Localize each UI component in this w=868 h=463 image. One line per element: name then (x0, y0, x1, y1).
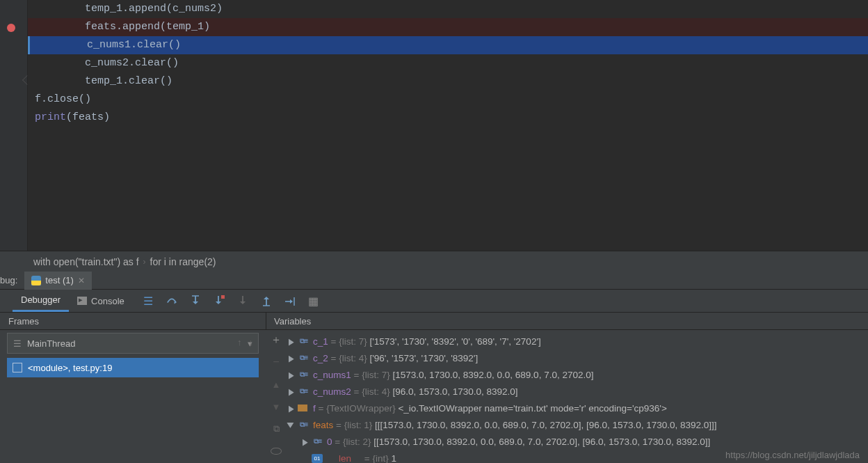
int-icon: 01 (312, 454, 323, 463)
python-icon (31, 276, 41, 285)
run-tab-label: test (1) (45, 275, 73, 285)
variables-side-toolbar: ＋ − ▲ ▼ ⧉ (266, 330, 287, 463)
list-icon: ⧉≡ (298, 353, 310, 363)
list-icon: ⧉≡ (298, 370, 310, 379)
frames-panel-header: Frames (0, 312, 266, 330)
step-over-icon[interactable] (166, 295, 177, 306)
tab-debugger[interactable]: Debugger (13, 290, 69, 312)
expand-icon[interactable]: ▶ (288, 353, 295, 363)
remove-watch-icon[interactable]: − (271, 356, 282, 368)
breadcrumb-item[interactable]: for i in range(2) (150, 256, 216, 267)
code-text: feats.append(temp_1) (85, 21, 210, 33)
prev-frame-icon[interactable]: ↑ (237, 337, 242, 347)
debug-session-tabbar: bug: test (1) ✕ (0, 272, 868, 290)
chevron-right-icon: › (143, 257, 146, 267)
step-out-icon[interactable] (261, 295, 272, 306)
module-icon (13, 363, 22, 372)
tab-console[interactable]: Console (69, 290, 133, 312)
breadcrumb[interactable]: with open("train.txt") as f › for i in r… (0, 251, 868, 272)
variables-panel-header: Variables (266, 312, 868, 330)
variables-panel: ＋ − ▲ ▼ ⧉ ▶ ⧉≡ c_1 = {list: 7} ['1573', … (266, 330, 868, 463)
expand-icon[interactable]: ▶ (288, 336, 295, 346)
show-execution-point-icon[interactable]: ☰ (143, 295, 154, 306)
code-text: temp_1.append(c_nums2) (85, 3, 223, 15)
object-icon (298, 405, 307, 411)
up-icon[interactable]: ▲ (271, 379, 282, 390)
expand-icon[interactable]: ▶ (288, 370, 295, 379)
collapse-icon[interactable]: ▶ (287, 421, 296, 428)
new-watch-icon[interactable]: ＋ (271, 334, 282, 345)
frame-label: <module>, test.py:19 (28, 363, 112, 373)
breakpoint-icon[interactable] (7, 24, 15, 32)
svg-rect-3 (221, 295, 225, 299)
close-icon[interactable]: ✕ (78, 276, 85, 285)
step-into-my-code-icon[interactable] (214, 295, 225, 306)
code-text: temp_1.clear() (85, 75, 172, 87)
variables-tree[interactable]: ▶ ⧉≡ c_1 = {list: 7} ['1573', '1730', '8… (287, 330, 868, 463)
code-editor[interactable]: temp_1.append(c_nums2) feats.append(temp… (0, 0, 868, 251)
stack-frame-row[interactable]: <module>, test.py:19 (7, 358, 259, 377)
thread-icon: ☰ (13, 338, 22, 349)
breadcrumb-item[interactable]: with open("train.txt") as f (33, 256, 139, 267)
code-text: print (35, 111, 66, 123)
code-text: c_nums2.clear() (85, 57, 179, 69)
force-step-into-icon[interactable] (237, 295, 248, 306)
run-tab[interactable]: test (1) ✕ (24, 272, 91, 290)
watches-icon[interactable] (271, 446, 282, 457)
thread-name: MainThread (27, 338, 75, 349)
list-icon: ⧉≡ (298, 420, 310, 430)
code-text: f.close() (35, 93, 91, 105)
code-text: (feats) (66, 111, 110, 123)
watermark-text: https://blog.csdn.net/jiljdlawjdlada (725, 450, 860, 460)
debug-label: bug: (0, 275, 24, 285)
expand-icon[interactable]: ▶ (288, 403, 295, 413)
expand-icon[interactable]: ▶ (288, 386, 295, 396)
down-icon[interactable]: ▼ (271, 401, 282, 412)
code-area[interactable]: temp_1.append(c_nums2) feats.append(temp… (28, 0, 868, 127)
frames-panel: ☰ MainThread ▾ ↑ ↓ <module>, test.py:19 (0, 330, 266, 463)
expand-icon[interactable]: ▶ (302, 437, 309, 446)
list-icon: ⧉≡ (298, 336, 310, 346)
current-execution-line: c_nums1.clear() (28, 36, 868, 54)
list-icon: ⧉≡ (312, 437, 324, 446)
step-into-icon[interactable] (190, 295, 201, 306)
run-to-cursor-icon[interactable] (284, 295, 296, 306)
editor-gutter[interactable] (0, 0, 28, 251)
console-icon (77, 297, 87, 305)
next-frame-icon[interactable]: ↓ (249, 337, 254, 347)
debug-toolbar: Debugger Console ☰ ▦ (0, 290, 868, 312)
copy-icon[interactable]: ⧉ (271, 423, 282, 434)
thread-selector[interactable]: ☰ MainThread ▾ (7, 333, 259, 354)
evaluate-expression-icon[interactable]: ▦ (308, 295, 319, 306)
list-icon: ⧉≡ (298, 386, 310, 396)
